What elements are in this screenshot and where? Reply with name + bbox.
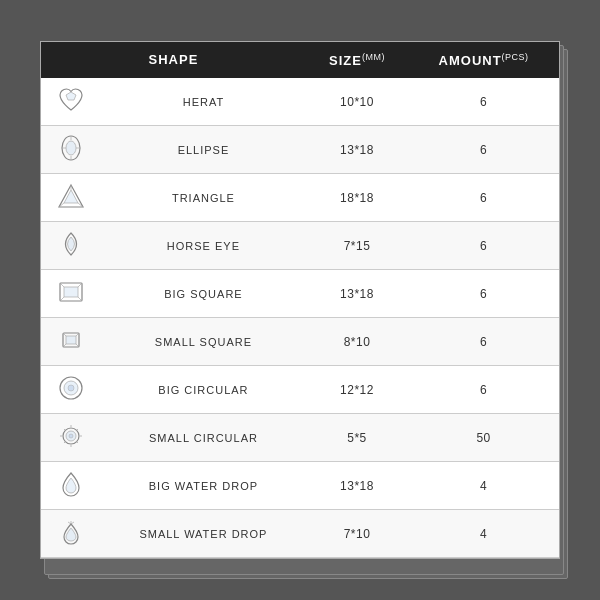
table-row: BIG WATER DROP 13*18 4 [41,462,559,510]
gem-amount-cell: 6 [408,126,559,174]
svg-marker-7 [64,190,78,203]
gem-name-cell: BIG WATER DROP [101,462,306,510]
header-amount: AMOUNT(PCS) [408,42,559,78]
gem-icon-cell [41,366,101,414]
gem-size-cell: 7*15 [306,222,408,270]
gem-name-cell: BIG SQUARE [101,270,306,318]
gem-icon-smallwaterdrop [56,517,86,547]
gem-name-cell: SMALL CIRCULAR [101,414,306,462]
gem-icon-ellipse [56,133,86,163]
gem-amount-cell: 6 [408,270,559,318]
svg-line-33 [64,429,66,431]
gem-size-cell: 18*18 [306,174,408,222]
svg-line-36 [77,442,79,444]
gem-icon-herat [56,85,86,115]
gem-icon-bigsquare [56,277,86,307]
gem-icon-cell [41,462,101,510]
gem-icon-cell [41,414,101,462]
gem-name-cell: HORSE EYE [101,222,306,270]
gem-icon-bigcircular [56,373,86,403]
gem-icon-cell [41,510,101,558]
table-container: SHAPE SIZE(MM) AMOUNT(PCS) HE [41,42,559,558]
gem-amount-cell: 50 [408,414,559,462]
svg-rect-18 [66,336,76,344]
gem-size-cell: 13*18 [306,462,408,510]
gem-icon-horseeye [56,229,86,259]
gem-size-cell: 5*5 [306,414,408,462]
svg-point-28 [69,434,73,438]
gem-icon-cell [41,174,101,222]
gem-size-cell: 8*10 [306,318,408,366]
gem-icon-smallcircular [56,421,86,451]
svg-rect-12 [64,287,78,297]
gem-name-cell: SMALL WATER DROP [101,510,306,558]
svg-line-38 [68,522,71,524]
gem-icon-smallsquare [56,325,86,355]
table-row: SMALL WATER DROP 7*10 4 [41,510,559,558]
gem-size-cell: 12*12 [306,366,408,414]
gem-amount-cell: 6 [408,318,559,366]
gem-icon-cell [41,126,101,174]
table-row: SMALL SQUARE 8*10 6 [41,318,559,366]
gem-name-cell: ELLIPSE [101,126,306,174]
gem-name-cell: TRIANGLE [101,174,306,222]
table-row: HERAT 10*10 6 [41,78,559,126]
header-size: SIZE(MM) [306,42,408,78]
svg-line-35 [64,442,66,444]
card-stack: SHAPE SIZE(MM) AMOUNT(PCS) HE [40,41,560,559]
gem-amount-cell: 6 [408,222,559,270]
svg-point-1 [66,141,76,155]
gem-icon-triangle [56,181,86,211]
gem-size-cell: 7*10 [306,510,408,558]
gem-name-cell: SMALL SQUARE [101,318,306,366]
gem-icon-cell [41,318,101,366]
svg-point-25 [68,385,74,391]
table-row: TRIANGLE 18*18 6 [41,174,559,222]
gem-amount-cell: 4 [408,510,559,558]
gem-icon-bigwaterdrop [56,469,86,499]
gem-icon-cell [41,222,101,270]
main-card: SHAPE SIZE(MM) AMOUNT(PCS) HE [40,41,560,559]
gem-size-cell: 13*18 [306,270,408,318]
gem-name-cell: HERAT [101,78,306,126]
table-row: BIG CIRCULAR 12*12 6 [41,366,559,414]
table-row: ELLIPSE 13*18 6 [41,126,559,174]
gem-amount-cell: 6 [408,174,559,222]
gem-size-cell: 10*10 [306,78,408,126]
gem-icon-cell [41,270,101,318]
gem-table: SHAPE SIZE(MM) AMOUNT(PCS) HE [41,42,559,558]
gem-amount-cell: 6 [408,366,559,414]
svg-line-34 [77,429,79,431]
gem-size-cell: 13*18 [306,126,408,174]
gem-amount-cell: 6 [408,78,559,126]
table-row: SMALL CIRCULAR 5*5 50 [41,414,559,462]
table-row: HORSE EYE 7*15 6 [41,222,559,270]
svg-line-39 [71,522,74,524]
gem-name-cell: BIG CIRCULAR [101,366,306,414]
header-shape: SHAPE [41,42,306,78]
gem-icon-cell [41,78,101,126]
gem-amount-cell: 4 [408,462,559,510]
table-row: BIG SQUARE 13*18 6 [41,270,559,318]
